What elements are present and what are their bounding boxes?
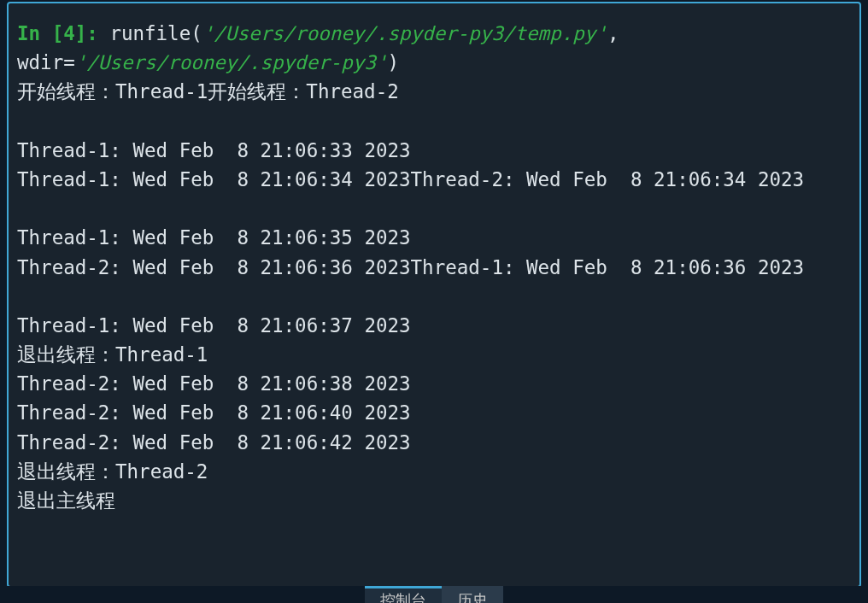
stdout-line: Thread-1: Wed Feb 8 21:06:34 2023Thread-… [17, 168, 804, 190]
stdout-line: Thread-1: Wed Feb 8 21:06:33 2023 [17, 139, 411, 161]
ipython-console-pane[interactable]: In [4]: runfile('/Users/rooney/.spyder-p… [7, 2, 861, 588]
console-output[interactable]: In [4]: runfile('/Users/rooney/.spyder-p… [17, 19, 851, 515]
tab-console[interactable]: 控制台 [365, 586, 442, 603]
stdout-line: Thread-2: Wed Feb 8 21:06:36 2023Thread-… [17, 256, 804, 278]
stdout-line: Thread-2: Wed Feb 8 21:06:42 2023 [17, 431, 411, 454]
stdout-line: Thread-2: Wed Feb 8 21:06:38 2023 [17, 372, 411, 395]
input-prompt: In [4]: [17, 22, 98, 44]
stdout-line: Thread-1: Wed Feb 8 21:06:35 2023 [17, 226, 411, 249]
wdir-kw: wdir= [17, 51, 75, 73]
comma: , [607, 22, 619, 44]
stdout-line: 开始线程：Thread-1开始线程：Thread-2 [17, 80, 399, 102]
runfile-call: runfile( [109, 22, 202, 44]
close-paren: ) [387, 51, 399, 73]
tab-history[interactable]: 历史 [442, 586, 503, 603]
stdout-line: 退出主线程 [17, 489, 115, 512]
stdout-line: 退出线程：Thread-2 [17, 460, 208, 483]
stdout-line: Thread-1: Wed Feb 8 21:06:37 2023 [17, 314, 411, 337]
console-tab-bar: 控制台 历史 [0, 586, 868, 603]
runfile-path-arg: '/Users/rooney/.spyder-py3/temp.py' [202, 22, 607, 44]
stdout-line: Thread-2: Wed Feb 8 21:06:40 2023 [17, 401, 411, 424]
wdir-arg: '/Users/rooney/.spyder-py3' [75, 51, 388, 73]
stdout-line: 退出线程：Thread-1 [17, 343, 208, 366]
